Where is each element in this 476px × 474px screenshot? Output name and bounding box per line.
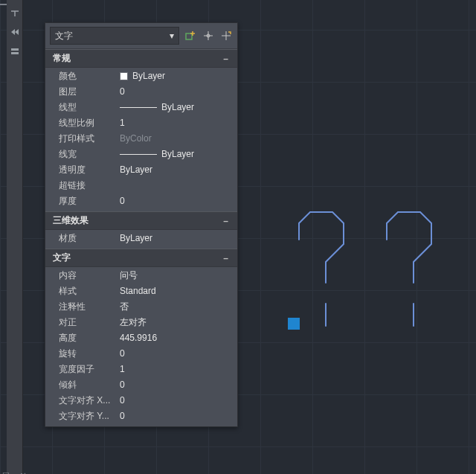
prop-value[interactable]: 0 xyxy=(120,85,231,98)
chevron-down-icon: ▾ xyxy=(170,31,174,41)
prop-row: 旋转0 xyxy=(45,345,237,361)
prop-label: 倾斜 xyxy=(59,378,120,391)
prop-label: 对正 xyxy=(59,316,120,329)
prop-label: 超链接 xyxy=(59,179,120,192)
lineweight-preview-icon xyxy=(120,154,157,155)
prop-row: 材质ByLayer xyxy=(45,230,237,246)
prop-value[interactable]: ByLayer xyxy=(120,69,231,83)
svg-rect-0 xyxy=(11,48,19,51)
prop-value[interactable]: 1 xyxy=(120,116,231,129)
section-general-rows: 颜色ByLayer 图层0 线型ByLayer 线型比例1 打印样式ByColo… xyxy=(45,68,237,211)
section-title: 三维效果 xyxy=(53,214,89,227)
prop-label: 线宽 xyxy=(59,147,120,161)
prop-value[interactable]: ByLayer xyxy=(120,163,231,176)
section-header-general[interactable]: 常规 – xyxy=(45,49,237,68)
object-type-value: 文字 xyxy=(55,30,73,42)
prop-row: 对正左对齐 xyxy=(45,314,237,330)
prop-value[interactable]: 0 xyxy=(120,194,231,208)
add-selection-icon[interactable] xyxy=(184,29,197,42)
prop-row: 线宽ByLayer xyxy=(45,146,237,161)
object-type-combo[interactable]: 文字 ▾ xyxy=(50,27,179,45)
ruler-tick xyxy=(0,4,7,6)
prop-label: 透明度 xyxy=(59,163,120,176)
quick-select-icon[interactable] xyxy=(219,29,233,42)
collapse-toggle-icon[interactable]: – xyxy=(220,253,231,263)
prop-value[interactable]: ByLayer xyxy=(120,100,231,114)
prop-label: 文字对齐 Y... xyxy=(59,409,120,423)
prop-value[interactable]: 左对齐 xyxy=(120,316,231,329)
collapse-icon[interactable] xyxy=(10,27,20,37)
vertical-toolbar: 特性 回 xyxy=(7,0,23,474)
prop-row: 内容问号 xyxy=(45,267,237,283)
prop-row: 样式Standard xyxy=(45,283,237,298)
prop-label: 线型 xyxy=(59,100,120,114)
prop-row: 图层0 xyxy=(45,83,237,99)
prop-value[interactable]: 否 xyxy=(120,300,231,313)
prop-label: 宽度因子 xyxy=(59,362,120,376)
prop-value[interactable]: ByLayer xyxy=(120,147,231,161)
section-header-text[interactable]: 文字 – xyxy=(45,249,237,267)
prop-value[interactable]: 0 xyxy=(120,409,231,423)
prop-value[interactable]: 0 xyxy=(120,394,231,407)
prop-row: 打印样式ByColor xyxy=(45,130,237,146)
prop-row: 厚度0 xyxy=(45,193,237,208)
prop-value[interactable]: Standard xyxy=(120,284,231,298)
prop-value[interactable]: 0 xyxy=(120,378,231,391)
section-header-3d[interactable]: 三维效果 – xyxy=(45,211,237,230)
prop-value[interactable]: 问号 xyxy=(120,269,231,282)
prop-label: 注释性 xyxy=(59,300,120,313)
prop-row: 线型比例1 xyxy=(45,115,237,130)
collapse-toggle-icon[interactable]: – xyxy=(220,54,231,64)
prop-row: 线型ByLayer xyxy=(45,99,237,115)
linetype-preview-icon xyxy=(120,107,157,108)
collapse-toggle-icon[interactable]: – xyxy=(220,216,231,226)
properties-panel: 文字 ▾ 常规 – 颜色ByLayer 图层0 线型ByLayer 线型比例1 … xyxy=(45,22,238,427)
prop-label: 图层 xyxy=(59,85,120,98)
prop-row: 宽度因子1 xyxy=(45,361,237,377)
prop-row: 注释性否 xyxy=(45,298,237,314)
color-swatch-icon xyxy=(120,72,128,80)
prop-label: 材质 xyxy=(59,231,120,245)
prop-label: 打印样式 xyxy=(59,132,120,145)
prop-value: ByColor xyxy=(120,132,231,145)
prop-value[interactable]: 1 xyxy=(120,362,231,376)
section-3d-rows: 材质ByLayer xyxy=(45,230,237,249)
prop-value[interactable]: 445.9916 xyxy=(120,331,231,345)
prop-label: 文字对齐 X... xyxy=(59,394,120,407)
prop-label: 高度 xyxy=(59,331,120,345)
selection-grip-icon[interactable] xyxy=(288,318,300,330)
prop-value[interactable]: ByLayer xyxy=(120,231,231,245)
prop-row: 文字对齐 X...0 xyxy=(45,392,237,408)
prop-label: 样式 xyxy=(59,284,120,298)
pin-icon[interactable] xyxy=(10,7,20,18)
settings-icon[interactable] xyxy=(10,46,20,57)
prop-row: 颜色ByLayer xyxy=(45,68,237,83)
svg-rect-2 xyxy=(186,33,192,39)
section-title: 文字 xyxy=(53,252,71,264)
prop-label: 厚度 xyxy=(59,194,120,208)
prop-value[interactable]: 0 xyxy=(120,347,231,360)
prop-label: 颜色 xyxy=(59,69,120,83)
prop-label: 线型比例 xyxy=(59,116,120,129)
panel-toolbar: 文字 ▾ xyxy=(45,23,237,49)
section-title: 常规 xyxy=(53,52,71,65)
svg-rect-1 xyxy=(11,52,19,54)
prop-row: 透明度ByLayer xyxy=(45,161,237,177)
pick-icon[interactable] xyxy=(202,29,215,42)
prop-label: 内容 xyxy=(59,269,120,282)
prop-row: 高度445.9916 xyxy=(45,330,237,345)
prop-row: 文字对齐 Y...0 xyxy=(45,408,237,423)
section-text-rows: 内容问号 样式Standard 注释性否 对正左对齐 高度445.9916 旋转… xyxy=(45,267,237,426)
prop-row: 超链接 xyxy=(45,177,237,193)
prop-label: 旋转 xyxy=(59,347,120,360)
prop-row: 倾斜0 xyxy=(45,377,237,392)
